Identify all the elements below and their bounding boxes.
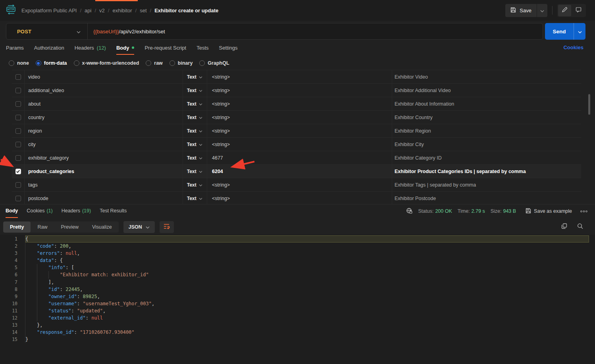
param-type-select[interactable]: Text <box>183 192 207 205</box>
tab-params[interactable]: Params <box>6 41 24 55</box>
method-select[interactable]: POST <box>6 23 88 39</box>
breadcrumb-item[interactable]: Expoplatform Public API <box>21 8 77 13</box>
send-button[interactable]: Send <box>545 23 574 40</box>
copy-icon[interactable] <box>561 223 567 231</box>
param-type-select[interactable]: Text <box>183 165 207 178</box>
param-description[interactable]: Exhibitor Postcode <box>392 192 581 205</box>
body-type-form-data[interactable]: form-data <box>36 60 67 66</box>
param-value[interactable]: <string> <box>207 138 392 151</box>
param-key[interactable]: country <box>24 111 183 124</box>
breadcrumb-item[interactable]: exhibitor <box>112 8 132 13</box>
param-key[interactable]: city <box>24 138 183 151</box>
param-value[interactable]: <string> <box>207 111 392 124</box>
param-description[interactable]: Exhibitor Region <box>392 124 581 137</box>
tab-body[interactable]: Body <box>116 41 135 55</box>
cookies-link[interactable]: Cookies <box>563 44 583 50</box>
param-type-select[interactable]: Text <box>183 151 207 164</box>
row-checkbox[interactable] <box>15 182 21 188</box>
param-type-select[interactable]: Text <box>183 178 207 191</box>
param-type-select[interactable]: Text <box>183 124 207 137</box>
row-checkbox[interactable] <box>15 142 21 147</box>
row-checkbox[interactable] <box>15 128 21 134</box>
param-value[interactable]: <string> <box>207 97 392 110</box>
line-number: 5 <box>0 264 25 271</box>
param-key[interactable]: tags <box>24 178 183 191</box>
body-type-none[interactable]: none <box>9 60 29 66</box>
tab-headers[interactable]: Headers(12) <box>75 41 106 55</box>
row-checkbox[interactable] <box>15 115 21 120</box>
network-info-icon[interactable] <box>406 208 412 215</box>
param-value[interactable]: 4677 <box>207 151 392 164</box>
table-scrollbar[interactable] <box>588 94 590 115</box>
body-type-raw[interactable]: raw <box>146 60 163 66</box>
response-body-json[interactable]: 1{2 "code": 200,3 "errors": null,4 "data… <box>0 235 595 364</box>
param-type-select[interactable]: Text <box>183 138 207 151</box>
response-tab-cookies[interactable]: Cookies(1) <box>27 204 52 218</box>
row-checkbox[interactable] <box>15 196 21 201</box>
chevron-down-icon <box>199 142 202 147</box>
param-key[interactable]: exhibitor_category <box>24 151 183 164</box>
table-row-postcode: postcodeText<string>Exhibitor Postcode <box>12 191 581 205</box>
view-tab-raw[interactable]: Raw <box>31 221 54 233</box>
param-type-select[interactable]: Text <box>183 70 207 83</box>
param-description[interactable]: Exhibitor City <box>392 138 581 151</box>
body-type-graphql[interactable]: GraphQL <box>199 60 229 66</box>
view-tab-preview[interactable]: Preview <box>54 221 85 233</box>
edit-documentation-button[interactable] <box>558 5 571 16</box>
code-line: 10 "username": "usernameTest_Yghor_003", <box>0 300 595 307</box>
format-select[interactable]: JSON <box>123 221 155 233</box>
param-key[interactable]: postcode <box>24 192 183 205</box>
more-actions-icon[interactable] <box>580 210 588 213</box>
tab-pre-request-script[interactable]: Pre-request Script <box>144 41 186 55</box>
tab-tests[interactable]: Tests <box>196 41 208 55</box>
param-type-select[interactable]: Text <box>183 97 207 110</box>
view-tab-visualize[interactable]: Visualize <box>85 221 119 233</box>
tab-authorization[interactable]: Authorization <box>34 41 64 55</box>
tab-settings[interactable]: Settings <box>219 41 238 55</box>
body-type-x-www-form-urlencoded[interactable]: x-www-form-urlencoded <box>74 60 139 66</box>
breadcrumb-item[interactable]: set <box>140 8 146 13</box>
param-description[interactable]: Exhibitor Category ID <box>392 151 581 164</box>
param-value[interactable]: <string> <box>207 70 392 83</box>
url-input[interactable]: {{baseUrl}}/api/v2/exhibitor/set <box>88 29 165 35</box>
save-button[interactable]: Save <box>505 4 537 17</box>
param-value[interactable]: <string> <box>207 124 392 137</box>
comments-button[interactable] <box>572 5 585 16</box>
save-as-example-button[interactable]: Save as example <box>523 208 574 215</box>
param-description[interactable]: Exhibitor Video <box>392 70 581 83</box>
param-key[interactable]: additional_video <box>24 84 183 97</box>
save-options-button[interactable] <box>537 4 547 17</box>
wrap-text-button[interactable] <box>160 221 174 233</box>
param-key[interactable]: region <box>24 124 183 137</box>
response-tab-body[interactable]: Body <box>6 204 18 218</box>
param-key[interactable]: video <box>24 70 183 83</box>
row-checkbox[interactable] <box>15 169 21 174</box>
param-type-label: Text <box>187 101 196 107</box>
param-description[interactable]: Exhibitor Product Categories IDs | separ… <box>392 165 581 178</box>
param-value[interactable]: <string> <box>207 178 392 191</box>
token: "errors" <box>37 250 60 256</box>
param-type-select[interactable]: Text <box>183 111 207 124</box>
send-options-button[interactable] <box>574 23 585 40</box>
param-value[interactable]: 6204 <box>207 165 392 178</box>
param-value[interactable]: <string> <box>207 192 392 205</box>
row-checkbox[interactable] <box>15 88 21 93</box>
breadcrumb-item[interactable]: api <box>85 8 91 13</box>
response-tab-test-results[interactable]: Test Results <box>100 204 127 218</box>
param-key[interactable]: product_categories <box>24 165 183 178</box>
row-checkbox[interactable] <box>15 74 21 80</box>
param-key[interactable]: about <box>24 97 183 110</box>
param-description[interactable]: Exhibitor Additional Video <box>392 84 581 97</box>
param-description[interactable]: Exhibitor Country <box>392 111 581 124</box>
row-checkbox[interactable] <box>15 101 21 107</box>
breadcrumb-item[interactable]: v2 <box>99 8 105 13</box>
body-type-binary[interactable]: binary <box>169 60 193 66</box>
param-value[interactable]: <string> <box>207 84 392 97</box>
param-description[interactable]: Exhibitor Tags | separated by comma <box>392 178 581 191</box>
search-icon[interactable] <box>577 223 583 231</box>
param-type-select[interactable]: Text <box>183 84 207 97</box>
view-tab-pretty[interactable]: Pretty <box>3 221 31 233</box>
response-tab-headers[interactable]: Headers(19) <box>62 204 91 218</box>
param-description[interactable]: Exhibitor About Information <box>392 97 581 110</box>
row-checkbox[interactable] <box>15 155 21 161</box>
